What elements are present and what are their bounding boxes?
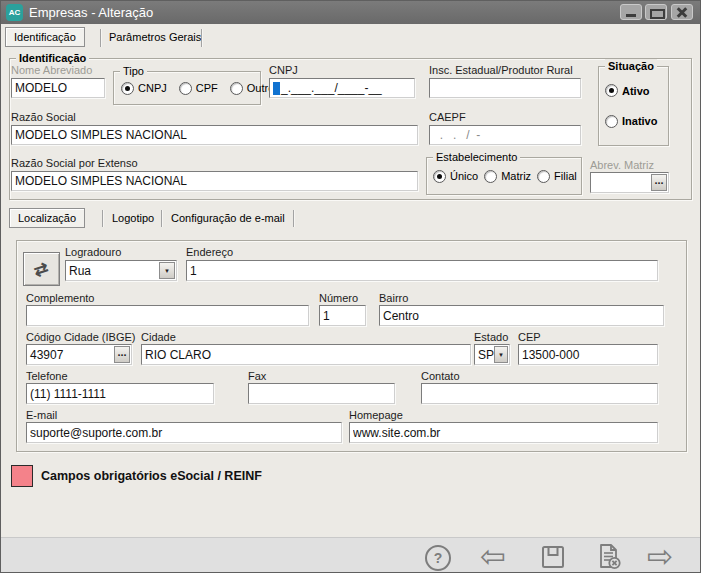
- titlebar[interactable]: AC Empresas - Alteração: [1, 1, 700, 24]
- email-label: E-mail: [26, 409, 57, 421]
- question-mark-icon: ?: [434, 550, 443, 566]
- cancel-button[interactable]: [594, 542, 622, 570]
- required-field-swatch: [11, 465, 33, 487]
- window-title: Empresas - Alteração: [29, 1, 153, 24]
- maximize-icon: [650, 9, 665, 19]
- contato-label: Contato: [421, 370, 460, 382]
- complemento-field[interactable]: [26, 305, 309, 326]
- subtab-logotipo[interactable]: Logotipo: [112, 212, 154, 224]
- cep-field[interactable]: [518, 344, 658, 365]
- next-button[interactable]: ⇨: [647, 542, 673, 572]
- radio-situacao-ativo[interactable]: Ativo: [605, 84, 668, 97]
- radio-icon: [605, 84, 618, 97]
- nome-abreviado-label: Nome Abreviado: [11, 64, 92, 76]
- document-cancel-icon: [594, 542, 622, 570]
- radio-tipo-cpf[interactable]: CPF: [179, 82, 218, 95]
- floppy-disk-icon: [540, 544, 566, 570]
- estado-select[interactable]: SP ▼: [474, 344, 510, 365]
- minimize-icon: [626, 14, 636, 17]
- tab-identificacao[interactable]: Identificação: [5, 27, 85, 47]
- save-button[interactable]: [540, 544, 566, 570]
- swap-arrows-icon: ⇄: [31, 257, 51, 281]
- logradouro-select[interactable]: Rua ▼: [65, 260, 177, 281]
- bairro-field[interactable]: [379, 305, 664, 326]
- radio-icon: [121, 82, 134, 95]
- caepf-label: CAEPF: [429, 111, 466, 123]
- insc-estadual-label: Insc. Estadual/Produtor Rural: [429, 64, 573, 76]
- codigo-cidade-field[interactable]: 43907 ...: [26, 344, 132, 365]
- radio-icon: [230, 82, 243, 95]
- tab-parametros-gerais[interactable]: Parâmetros Gerais: [109, 31, 201, 43]
- radio-icon: [433, 170, 446, 183]
- numero-field[interactable]: [319, 305, 366, 326]
- cnpj-field[interactable]: _.___.___/____-__: [269, 78, 415, 98]
- fax-field[interactable]: [248, 383, 395, 404]
- dropdown-arrow-icon[interactable]: ▼: [494, 346, 508, 363]
- abrev-matriz-lookup-button[interactable]: ...: [651, 174, 667, 191]
- logradouro-label: Logradouro: [65, 246, 121, 258]
- telefone-label: Telefone: [26, 370, 68, 382]
- telefone-field[interactable]: [26, 383, 214, 404]
- estabelecimento-groupbox: Estabelecimento Único Matriz Filial: [426, 157, 582, 195]
- subtab-divider: [161, 210, 162, 227]
- email-field[interactable]: [26, 422, 342, 443]
- razao-extenso-label: Razão Social por Extenso: [11, 157, 138, 169]
- cep-label: CEP: [518, 331, 541, 343]
- estado-label: Estado: [474, 331, 508, 343]
- maximize-button[interactable]: [645, 4, 667, 20]
- subtab-divider: [293, 210, 294, 227]
- radio-icon: [605, 115, 618, 128]
- nome-abreviado-field[interactable]: [11, 78, 105, 98]
- cnpj-label: CNPJ: [269, 64, 298, 76]
- razao-social-field[interactable]: [11, 125, 418, 145]
- caepf-field[interactable]: . . / -: [429, 125, 581, 145]
- previous-button[interactable]: ⇦: [480, 542, 506, 572]
- tab-divider: [201, 29, 202, 47]
- radio-estab-matriz[interactable]: Matriz: [484, 170, 531, 183]
- radio-icon: [484, 170, 497, 183]
- subtab-divider: [102, 210, 103, 227]
- radio-situacao-inativo[interactable]: Inativo: [605, 115, 668, 128]
- arrow-left-icon: ⇦: [480, 539, 506, 573]
- abrev-matriz-field[interactable]: ...: [590, 172, 669, 193]
- tab-divider: [100, 29, 101, 47]
- bairro-label: Bairro: [379, 292, 408, 304]
- codigo-cidade-lookup-button[interactable]: ...: [114, 346, 130, 363]
- text-cursor: [273, 82, 280, 95]
- tipo-label: Tipo: [120, 64, 147, 79]
- dropdown-arrow-icon[interactable]: ▼: [159, 262, 175, 279]
- homepage-field[interactable]: [349, 422, 658, 443]
- codigo-cidade-label: Código Cidade (IBGE): [26, 331, 135, 343]
- radio-tipo-outro[interactable]: Outro: [230, 82, 275, 95]
- insc-estadual-field[interactable]: [429, 78, 581, 98]
- subtab-localizacao[interactable]: Localização: [9, 208, 85, 228]
- contato-field[interactable]: [421, 383, 658, 404]
- subtab-configuracao-email[interactable]: Configuração de e-mail: [171, 212, 285, 224]
- radio-estab-unico[interactable]: Único: [433, 170, 478, 183]
- razao-social-label: Razão Social: [11, 111, 76, 123]
- complemento-label: Complemento: [26, 292, 94, 304]
- endereco-label: Endereço: [186, 246, 233, 258]
- close-button[interactable]: [671, 4, 693, 20]
- numero-label: Número: [319, 292, 358, 304]
- estabelecimento-label: Estabelecimento: [433, 150, 520, 165]
- tipo-groupbox: Tipo CNPJ CPF Outro: [113, 71, 261, 105]
- razao-extenso-field[interactable]: [11, 171, 418, 191]
- radio-icon: [179, 82, 192, 95]
- app-icon: AC: [6, 4, 23, 21]
- situacao-groupbox: Situação Ativo Inativo: [598, 66, 669, 146]
- cidade-field[interactable]: [141, 344, 471, 365]
- required-fields-legend: Campos obrigatórios eSocial / REINF: [41, 469, 262, 483]
- minimize-button[interactable]: [620, 4, 642, 20]
- radio-icon: [537, 170, 550, 183]
- cidade-label: Cidade: [141, 331, 176, 343]
- endereco-field[interactable]: [186, 260, 658, 281]
- help-button[interactable]: ?: [425, 545, 451, 571]
- radio-tipo-cnpj[interactable]: CNPJ: [121, 82, 167, 95]
- radio-estab-filial[interactable]: Filial: [537, 170, 577, 183]
- fax-label: Fax: [248, 370, 266, 382]
- swap-address-button[interactable]: ⇄: [23, 252, 60, 286]
- empresas-dialog: AC Empresas - Alteração Identificação Pa…: [0, 0, 701, 573]
- arrow-right-icon: ⇨: [647, 539, 673, 573]
- situacao-label: Situação: [605, 59, 657, 74]
